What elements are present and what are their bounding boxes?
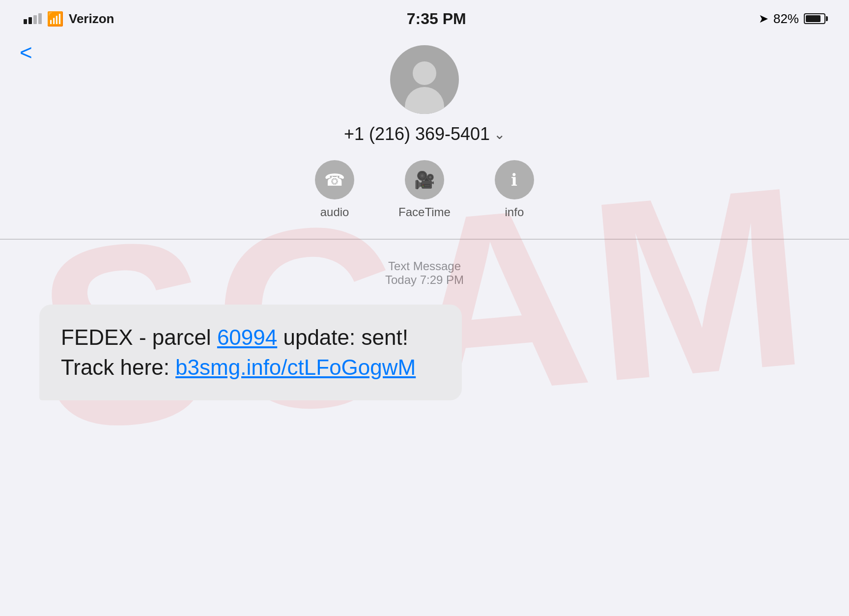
info-icon: ℹ — [511, 170, 517, 190]
avatar — [390, 45, 459, 114]
facetime-label: FaceTime — [398, 205, 451, 219]
audio-button-circle: ☎ — [315, 160, 354, 199]
audio-label: audio — [320, 205, 349, 219]
facetime-button[interactable]: 🎥 FaceTime — [398, 160, 451, 219]
phone-number-text: +1 (216) 369-5401 — [344, 124, 490, 144]
contact-number[interactable]: +1 (216) 369-5401 ⌄ — [344, 124, 505, 144]
message-time: Today 7:29 PM — [385, 273, 464, 287]
info-label: info — [505, 205, 524, 219]
tracking-link[interactable]: b3smg.info/ctLFoGogwM — [175, 355, 416, 379]
message-timestamp: Text Message Today 7:29 PM — [0, 259, 849, 287]
audio-button[interactable]: ☎ audio — [315, 160, 354, 219]
avatar-head — [413, 61, 436, 85]
parcel-number-link[interactable]: 60994 — [217, 325, 277, 349]
message-text: FEDEX - parcel 60994 update: sent! Track… — [61, 325, 416, 380]
status-right: ➤ 82% — [759, 11, 825, 27]
wifi-icon: 📶 — [47, 11, 64, 27]
message-bubble: FEDEX - parcel 60994 update: sent! Track… — [39, 305, 462, 400]
location-icon: ➤ — [759, 12, 768, 26]
facetime-button-circle: 🎥 — [405, 160, 444, 199]
video-icon: 🎥 — [414, 170, 435, 190]
back-button[interactable]: < — [20, 40, 32, 65]
action-buttons: ☎ audio 🎥 FaceTime ℹ info — [315, 160, 534, 219]
contact-header: < +1 (216) 369-5401 ⌄ ☎ audio 🎥 FaceTime… — [0, 35, 849, 234]
message-type: Text Message — [388, 259, 461, 273]
avatar-person — [405, 61, 444, 114]
battery-icon — [804, 13, 825, 24]
avatar-body — [405, 87, 444, 114]
status-bar: 📶 Verizon 7:35 PM ➤ 82% — [0, 0, 849, 35]
info-button[interactable]: ℹ info — [495, 160, 534, 219]
signal-bars-icon — [24, 13, 42, 24]
battery-fill — [806, 15, 821, 22]
section-divider — [0, 239, 849, 240]
battery-percentage: 82% — [773, 11, 799, 27]
message-area: FEDEX - parcel 60994 update: sent! Track… — [0, 305, 849, 400]
info-button-circle: ℹ — [495, 160, 534, 199]
status-left: 📶 Verizon — [24, 11, 114, 27]
chevron-down-icon[interactable]: ⌄ — [494, 126, 505, 142]
carrier-name: Verizon — [69, 11, 114, 27]
message-prefix: FEDEX - parcel — [61, 325, 217, 349]
phone-icon: ☎ — [324, 170, 345, 190]
status-time: 7:35 PM — [407, 10, 466, 28]
